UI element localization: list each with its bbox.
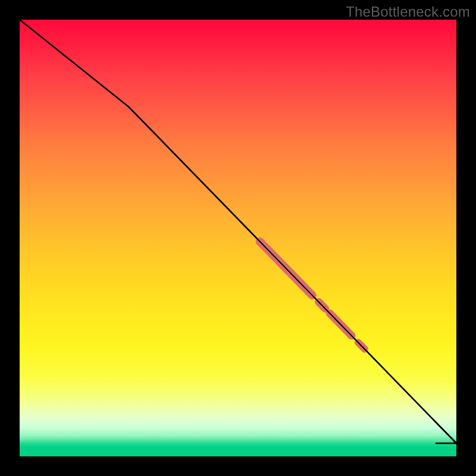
chart-stage: TheBottleneck.com [0, 0, 476, 476]
chart-overlay [20, 20, 456, 456]
bottleneck-curve [20, 20, 456, 443]
plot-area [20, 20, 456, 456]
curve-over-markers [129, 107, 457, 443]
attribution-label: TheBottleneck.com [346, 4, 470, 20]
